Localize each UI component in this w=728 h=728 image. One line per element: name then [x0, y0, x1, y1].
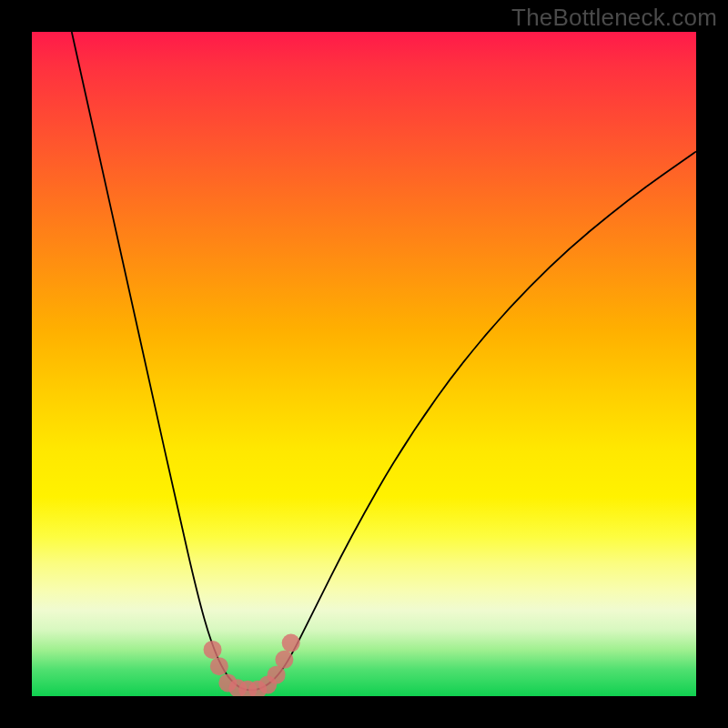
marker-dot [282, 634, 300, 652]
marker-dot [210, 657, 228, 675]
marker-dot [275, 651, 293, 669]
bottleneck-curve [72, 32, 696, 690]
marker-dot [204, 641, 222, 659]
watermark-text: TheBottleneck.com [511, 4, 717, 32]
chart-svg [32, 32, 696, 696]
marker-dots-group [204, 634, 300, 696]
chart-plot-area [32, 32, 696, 696]
